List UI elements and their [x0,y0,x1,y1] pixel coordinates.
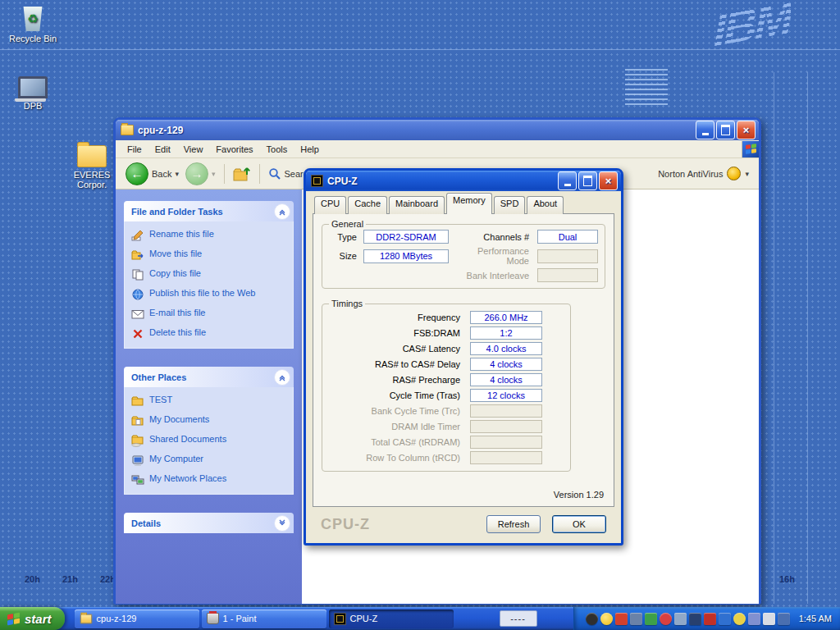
computer-icon [131,454,144,467]
taskbar-mini-button[interactable]: ---- [500,610,537,627]
menu-file[interactable]: File [121,142,148,157]
chevron-up-icon [274,203,290,220]
chevron-down-icon: ▾ [745,170,749,178]
chevron-up-icon [274,369,290,386]
start-button[interactable]: start [0,607,65,630]
cpuz-titlebar[interactable]: CPU-Z × [306,171,621,191]
menu-view[interactable]: View [177,142,210,157]
minimize-button[interactable] [696,121,714,139]
task-copy-file[interactable]: Copy this file [131,268,286,281]
task-rename-file[interactable]: Rename this file [131,229,286,242]
size-value[interactable]: 1280 MBytes [363,249,449,263]
tray-icon-1[interactable] [586,613,598,625]
taskbar-button-label: CPU-Z [350,614,378,623]
paint-icon [207,613,219,624]
folder-icon [77,145,107,167]
tab-cpu[interactable]: CPU [314,196,346,214]
norton-antivirus-button[interactable]: Norton AntiVirus ▾ [658,167,752,180]
task-email-file[interactable]: E-mail this file [131,308,286,321]
minimize-button[interactable] [558,171,577,190]
timing-label: Cycle Time (Tras) [329,390,470,400]
task-delete-file[interactable]: Delete this file [131,327,286,340]
tray-icon-12[interactable] [748,613,760,625]
window-title: CPU-Z [327,176,358,187]
tab-spd[interactable]: SPD [494,196,526,214]
tray-icon-13[interactable] [763,613,775,625]
place-my-network-places[interactable]: My Network Places [131,473,286,486]
toolbar-separator [224,164,225,184]
timing-value[interactable]: 12 clocks [470,389,542,402]
tab-about[interactable]: About [527,196,564,214]
channels-value[interactable]: Dual [537,230,598,244]
timing-label: Row To Column (tRCD) [329,453,470,463]
place-shared-documents[interactable]: Shared Documents [131,434,286,447]
taskbar-button-cpuz[interactable]: CPU-Z [329,609,454,628]
tab-mainboard[interactable]: Mainboard [389,196,445,214]
panel-header-other-places[interactable]: Other Places [124,367,294,387]
menu-tools[interactable]: Tools [260,142,294,157]
panel-header-file-tasks[interactable]: File and Folder Tasks [124,201,294,221]
place-label: Shared Documents [149,434,226,445]
tray-icon-3[interactable] [615,613,628,625]
channels-label: Channels # [454,232,532,242]
wallpaper-line [807,72,808,604]
menu-help[interactable]: Help [294,142,326,157]
ok-button[interactable]: OK [552,515,606,533]
tray-icon-8[interactable] [689,613,701,625]
taskbar-button-label: cpu-z-129 [97,614,137,623]
tray-icon-4[interactable] [630,613,642,625]
tray-icon-14[interactable] [778,613,790,625]
place-my-documents[interactable]: My Documents [131,414,286,427]
menu-edit[interactable]: Edit [148,142,177,157]
tray-icon-9[interactable] [704,613,716,625]
tray-icon-10[interactable] [719,613,731,625]
timing-value[interactable]: 266.0 MHz [470,311,542,324]
task-publish-file[interactable]: Publish this file to the Web [131,288,286,301]
back-button[interactable]: ← Back ▾ [122,161,182,187]
timing-value[interactable]: 4.0 clocks [470,342,542,355]
file-and-folder-tasks-panel: File and Folder Tasks Rename this file [124,201,294,349]
timezone-label: 20h [25,574,40,584]
desktop-icon-dpb[interactable]: DPB [1,71,65,111]
tray-icon-7[interactable] [674,613,687,625]
refresh-button[interactable]: Refresh [486,515,541,533]
taskbar-clock[interactable]: 1:45 AM [792,614,832,623]
tab-cache[interactable]: Cache [348,196,387,214]
menu-favorites[interactable]: Favorites [209,142,259,157]
panel-header-details[interactable]: Details [124,513,294,533]
tray-icon-6[interactable] [660,613,672,625]
place-test[interactable]: TEST [131,395,286,408]
up-button[interactable] [230,165,254,183]
task-label: Move this file [149,249,202,259]
place-my-computer[interactable]: My Computer [131,454,286,467]
timing-label: FSB:DRAM [329,328,470,338]
taskbar-button-cpu-z-129[interactable]: cpu-z-129 [75,609,199,628]
chevron-down-icon: ▾ [212,170,216,178]
forward-icon: → [185,162,208,185]
tray-icon-2[interactable] [600,613,613,625]
task-move-file[interactable]: Move this file [131,249,286,262]
type-value[interactable]: DDR2-SDRAM [363,230,449,244]
tray-icon-11[interactable] [733,613,746,625]
desktop-icon-recycle-bin[interactable]: ♻ Recycle Bin [1,3,65,43]
timing-value[interactable]: 4 clocks [470,373,542,386]
close-button[interactable]: × [599,171,618,190]
maximize-button[interactable] [578,171,597,190]
timing-label: RAS# Precharge [329,375,470,385]
explorer-titlebar[interactable]: cpu-z-129 × [116,120,759,140]
close-button[interactable]: × [737,121,756,139]
groupbox-title: General [329,219,366,229]
forward-button[interactable]: → ▾ [182,161,219,187]
timing-value[interactable]: 1:2 [470,326,542,340]
timing-label: DRAM Idle Timer [329,422,470,431]
details-panel: Details [124,513,294,533]
taskbar-button-paint[interactable]: 1 - Paint [202,609,326,628]
maximize-button[interactable] [716,121,735,139]
tab-memory[interactable]: Memory [446,193,492,214]
tray-icon-5[interactable] [645,613,657,625]
task-label: Rename this file [149,229,214,240]
desktop-icon-label: DPB [1,101,65,111]
timing-value[interactable]: 4 clocks [470,358,542,371]
chevron-down-icon: ▾ [175,170,179,178]
timing-label: Total CAS# (tRDRAM) [329,437,470,447]
